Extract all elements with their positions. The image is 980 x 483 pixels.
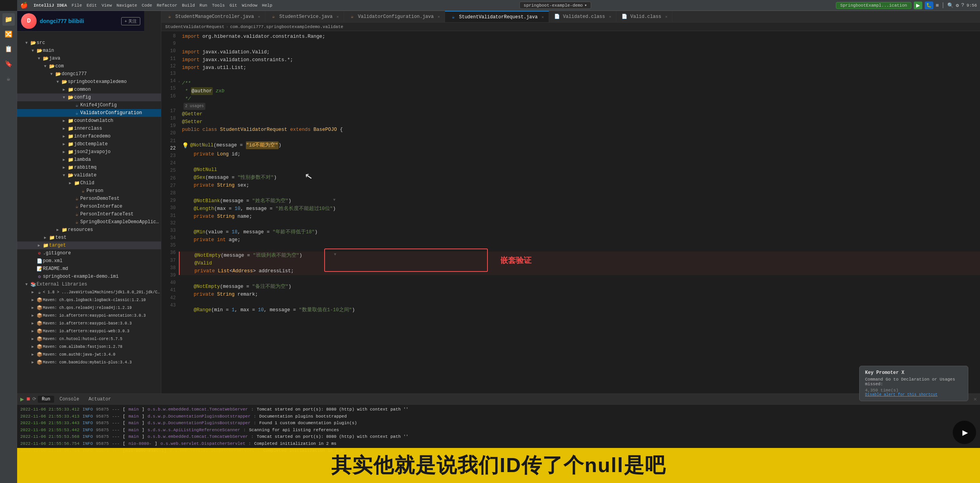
tree-item-main[interactable]: ▼ 📂 main [17,47,161,55]
run-config-display[interactable]: SpringbootExampl...ication [836,2,911,9]
tree-item-maven5[interactable]: ▶ 📦 Maven: io.aftertern:easypoi-web:3.0.… [17,327,161,335]
top-menu-bar: 🍎 IntelliJ IDEA File Edit View Navigate … [17,0,980,11]
help-icon-top[interactable]: ? [961,2,964,8]
tree-item-maven9[interactable]: ▶ 📦 Maven: com.baomidou:mybatis-plus:3.4… [17,358,161,366]
code-line-32: @Min(value = 18, message = "年龄不得低于18") [179,228,980,236]
key-promoter-panel: Key Promoter X Command Go to Declaration… [859,366,968,401]
tree-item-jdk[interactable]: ▶ ☕ < 1.8 > ...JavaVirtualMachines/jdk1.… [17,288,161,296]
channel-name: dongci777 bilibili [40,18,118,24]
tab-student-manage[interactable]: ☕ StudentManageController.java ✕ [161,11,265,23]
tree-item-pom[interactable]: 📄 pom.xml [17,257,161,265]
tree-item-persondemo[interactable]: ☕ PersonDemoTest [17,195,161,203]
tree-item-rabbitmq[interactable]: ▶ 📁 rabbitmq [17,164,161,171]
search-icon-top[interactable]: 🔍 [947,2,954,9]
tree-item-test[interactable]: ▶ 📁 test [17,234,161,242]
java-icon-personiftest: ☕ [73,212,80,217]
tab-valid[interactable]: 📄 Valid.class ✕ [616,11,673,23]
tree-item-readme[interactable]: 📝 README.md [17,265,161,273]
tree-item-countdown[interactable]: ▶ 📁 countdownlatch [17,117,161,125]
tree-item-knife4j[interactable]: ☕ Knife4jConfig [17,101,161,109]
menu-window[interactable]: Window [240,2,260,9]
video-play-button[interactable]: ▶ [953,421,976,444]
git-icon: ⊘ [36,250,43,256]
folder-icon-res: 📁 [61,227,68,233]
tree-item-app[interactable]: ☕ SpringBootExampleDemoApplication [17,218,161,226]
menu-navigate[interactable]: Navigate [114,2,139,9]
close-icon-tab1[interactable]: ✕ [258,14,260,19]
menu-view[interactable]: View [99,2,114,9]
menu-code[interactable]: Code [139,2,154,9]
menu-help[interactable]: Help [260,2,274,9]
project-dropdown[interactable]: springboot-example-demo ▾ [519,2,591,9]
close-console-icon[interactable]: ✕ [974,396,977,402]
stop-button-top[interactable]: ■ [936,2,939,9]
menu-tools[interactable]: Tools [210,2,227,9]
tree-item-resources[interactable]: ▶ 📁 resources [17,226,161,234]
settings-icon-top[interactable]: ⚙ [956,2,959,9]
key-promoter-disable-link[interactable]: Disable alert for this shortcut [865,393,962,397]
tree-item-maven2[interactable]: ▶ 📦 Maven: ch.qos.reload4j:reload4j:1.2.… [17,304,161,312]
tree-item-jdbc[interactable]: ▶ 📁 jdbctemplate [17,140,161,148]
vcs-icon[interactable]: 🔀 [2,28,15,41]
menu-run[interactable]: Run [197,2,210,9]
tree-item-interface[interactable]: ▶ 📁 interfacedemo [17,132,161,140]
structure-icon[interactable]: 📋 [2,43,15,55]
code-line-13 [179,72,980,79]
tree-item-personinterface[interactable]: ☕ PersonInterface [17,203,161,210]
menu-git[interactable]: Git [227,2,240,9]
tree-item-imi[interactable]: ⚙ springboot-example-demo.imi [17,273,161,280]
menu-edit[interactable]: Edit [84,2,99,9]
tree-item-common[interactable]: ▶ 📁 common [17,86,161,93]
tree-item-maven6[interactable]: ▶ 📦 Maven: cn.hutool:hutool-core:5.7.5 [17,335,161,343]
menu-file[interactable]: File [69,2,84,9]
editor-panel: ☕ StudentManageController.java ✕ ☕ Stude… [161,11,980,483]
tab-student-validator[interactable]: ☕ StudentValidatorRequest.java ✕ [445,11,549,23]
debug-button-top[interactable]: 🐛 [925,2,933,9]
close-icon-tab4[interactable]: ✕ [542,15,544,19]
project-icon[interactable]: 📁 [2,13,15,26]
menu-intellij[interactable]: IntelliJ IDEA [31,2,69,9]
bookmarks-icon[interactable]: 🔖 [2,58,15,70]
menu-build[interactable]: Build [180,2,197,9]
tree-item-config[interactable]: ▼ 📂 config [17,93,161,101]
tab-validated[interactable]: 📄 Validated.class ✕ [549,11,616,23]
code-line-8: import org.hibernate.validator.constrain… [179,33,980,41]
tab-validator-config[interactable]: ☕ ValidatorConfiguration.java ✕ [344,11,445,23]
tree-item-springboot[interactable]: ▼ 📂 springbootexampledemo [17,78,161,86]
menu-refactor[interactable]: Refactor [154,2,180,9]
close-icon-tab3[interactable]: ✕ [438,14,440,19]
tree-item-dongci777[interactable]: ▼ 📂 dongci777 [17,70,161,78]
tree-item-maven3[interactable]: ▶ 📦 Maven: io.aftertern:easypoi-annotati… [17,312,161,319]
tree-item-maven7[interactable]: ▶ 📦 Maven: com.alibaba:fastjson:1.2.78 [17,343,161,351]
tree-item-maven8[interactable]: ▶ 📦 Maven: com.auth0:java-jwt:3.4.0 [17,351,161,358]
tree-item-java[interactable]: ▼ 📂 java [17,55,161,62]
tree-item-target[interactable]: ▶ 📁 target [17,242,161,249]
tree-item-external[interactable]: ▼ 📚 External Libraries [17,280,161,288]
tab-student-service[interactable]: ☕ StudentService.java ✕ [265,11,344,23]
tree-item-gitignore[interactable]: ⊘ .gitignore [17,249,161,257]
close-icon-tab5[interactable]: ✕ [609,14,611,19]
tree-item-child[interactable]: ▶ 📁 Child [17,179,161,187]
close-icon-tab2[interactable]: ✕ [337,14,339,19]
tree-item-personiftest[interactable]: ☕ PersonInterfaceTest [17,210,161,218]
tree-item-person[interactable]: ☕ Person [17,187,161,195]
tree-item-json2[interactable]: ▶ 📁 json2javapojo [17,148,161,156]
tree-item-maven4[interactable]: ▶ 📦 Maven: io.aftertern:easypoi-base:3.0… [17,319,161,327]
tree-item-maven1[interactable]: ▶ 📦 Maven: ch.qos.logback:logback-classi… [17,296,161,304]
close-icon-tab6[interactable]: ✕ [665,14,667,19]
maven-icon[interactable]: ☕ [2,72,15,85]
tree-item-lambda[interactable]: ▶ 📁 lambda [17,156,161,164]
tree-item-innerclass[interactable]: ▶ 📁 innerclass [17,125,161,132]
code-line-20 [179,134,980,141]
code-line-16: */ [179,95,980,103]
run-button-top[interactable]: ▶ [914,2,922,9]
tree-item-validator-config[interactable]: ☕ ValidatorConfiguration [17,109,161,117]
tree-item-src[interactable]: ▼ 📂 src [17,39,161,47]
tree-item-com[interactable]: ▼ 📂 com [17,62,161,70]
folder-icon-validate: 📂 [67,173,74,178]
folder-icon-inner: 📁 [67,126,74,132]
subtitle-bar: 其实他就是说我们ID传了个null是吧 [161,448,980,483]
tree-item-validate[interactable]: ▼ 📂 validate [17,171,161,179]
follow-button[interactable]: + 关注 [121,17,140,25]
annotation-label: 嵌套验证 [500,255,531,266]
